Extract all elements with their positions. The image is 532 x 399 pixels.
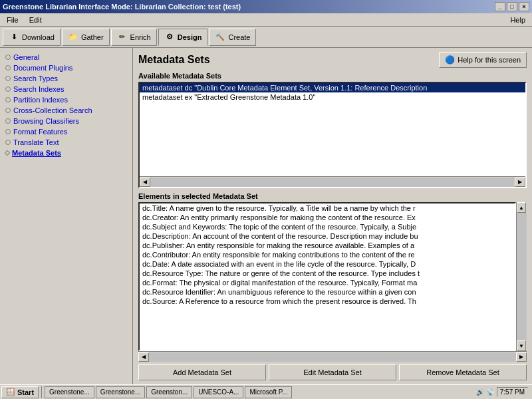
systray-icons: 🔊 📡 bbox=[476, 388, 494, 396]
bullet-icon bbox=[5, 55, 11, 60]
list-item[interactable]: dc.Resource Type: The nature or genre of… bbox=[140, 269, 515, 278]
elements-listbox[interactable]: dc.Title: A name given to the resource. … bbox=[138, 202, 516, 351]
gather-button[interactable]: 📁 Gather bbox=[62, 29, 110, 46]
create-button[interactable]: 🔨 Create bbox=[209, 29, 256, 46]
list-item[interactable]: dc.Creator: An entity primarily responsi… bbox=[140, 213, 515, 222]
taskbar: 🪟 Start Greenstone... Greenstone... Gree… bbox=[0, 384, 532, 399]
design-button[interactable]: ⚙ Design bbox=[158, 29, 208, 46]
scroll-track[interactable] bbox=[149, 352, 516, 362]
divider bbox=[41, 386, 42, 398]
start-icon: 🪟 bbox=[6, 388, 15, 396]
page-title: Metadata Sets bbox=[138, 54, 210, 66]
menu-edit[interactable]: Edit bbox=[25, 15, 46, 25]
start-button[interactable]: 🪟 Start bbox=[1, 386, 39, 398]
scroll-up-button[interactable]: ▲ bbox=[517, 202, 526, 213]
toolbar: ⬇ Download 📁 Gather ✏ Enrich ⚙ Design 🔨 … bbox=[0, 27, 532, 48]
scroll-left-button[interactable]: ◀ bbox=[140, 178, 150, 187]
bullet-icon bbox=[5, 76, 11, 81]
close-button[interactable]: × bbox=[519, 2, 529, 11]
clock: 7:57 PM bbox=[497, 387, 528, 397]
taskbar-item-1[interactable]: Greenstone... bbox=[96, 386, 146, 398]
available-metadata-listbox[interactable]: metadataset dc "Dublin Core Metadata Ele… bbox=[138, 82, 527, 188]
scroll-right-button[interactable]: ▶ bbox=[516, 352, 527, 362]
help-button[interactable]: 🔵 Help for this screen bbox=[439, 52, 527, 68]
elements-section-label: Elements in selected Metadata Set bbox=[138, 192, 527, 200]
download-button[interactable]: ⬇ Download bbox=[3, 29, 61, 46]
list-item[interactable]: dc.Contributor: An entity responsible fo… bbox=[140, 250, 515, 259]
sidebar-item-search-types[interactable]: Search Types bbox=[3, 73, 130, 84]
create-icon: 🔨 bbox=[215, 32, 225, 43]
list-item[interactable]: dc.Title: A name given to the resource. … bbox=[140, 203, 515, 213]
minimize-button[interactable]: _ bbox=[495, 2, 505, 11]
taskbar-item-2[interactable]: Greenston... bbox=[146, 386, 192, 398]
list-item[interactable]: dc.Source: A Reference to a resource fro… bbox=[140, 297, 515, 306]
window-controls: _ □ × bbox=[495, 2, 529, 11]
menu-file[interactable]: File bbox=[3, 15, 23, 25]
content-header: Metadata Sets 🔵 Help for this screen bbox=[138, 52, 527, 68]
main-layout: General Document Plugins Search Types Se… bbox=[0, 48, 532, 384]
list-item[interactable]: dc.Description: An account of the conten… bbox=[140, 231, 515, 241]
sidebar-item-translate-text[interactable]: Translate Text bbox=[3, 137, 130, 148]
list-item[interactable]: dc.Date: A date associated with an event… bbox=[140, 259, 515, 269]
list-item[interactable]: dc.Subject and Keywords: The topic of th… bbox=[140, 222, 515, 231]
scroll-down-button[interactable]: ▼ bbox=[517, 340, 526, 351]
bullet-icon bbox=[5, 129, 11, 134]
sidebar-item-partition-indexes[interactable]: Partition Indexes bbox=[3, 94, 130, 105]
taskbar-item-3[interactable]: UNESCO-A... bbox=[194, 386, 243, 398]
gather-icon: 📁 bbox=[68, 32, 78, 43]
sidebar-item-document-plugins[interactable]: Document Plugins bbox=[3, 63, 130, 73]
list-item[interactable]: dc.Format: The physical or digital manif… bbox=[140, 278, 515, 287]
sidebar: General Document Plugins Search Types Se… bbox=[0, 48, 133, 384]
elements-list: dc.Title: A name given to the resource. … bbox=[140, 203, 515, 306]
bullet-icon bbox=[5, 97, 11, 102]
remove-metadata-set-button[interactable]: Remove Metadata Set bbox=[399, 364, 527, 380]
available-metadata-list: metadataset dc "Dublin Core Metadata Ele… bbox=[140, 83, 525, 102]
bullet-icon bbox=[5, 108, 11, 113]
vertical-scrollbar[interactable]: ▲ ▼ bbox=[516, 202, 527, 351]
title-bar: Greenstone Librarian Interface Mode: Lib… bbox=[0, 0, 532, 13]
menu-bar: File Edit Help bbox=[0, 13, 532, 27]
scroll-left-button[interactable]: ◀ bbox=[138, 352, 149, 362]
list-item[interactable]: metadataset ex "Extracted Greenstone Met… bbox=[140, 92, 525, 102]
taskbar-items: Greenstone... Greenstone... Greenston...… bbox=[45, 386, 472, 398]
edit-metadata-set-button[interactable]: Edit Metadata Set bbox=[269, 364, 396, 380]
enrich-icon: ✏ bbox=[117, 32, 128, 43]
scroll-right-button[interactable]: ▶ bbox=[515, 178, 525, 187]
sidebar-item-cross-collection[interactable]: Cross-Collection Search bbox=[3, 105, 130, 116]
scroll-track-v[interactable] bbox=[517, 213, 527, 340]
enrich-button[interactable]: ✏ Enrich bbox=[111, 29, 157, 46]
help-icon: 🔵 bbox=[445, 55, 455, 65]
window-title: Greenstone Librarian Interface Mode: Lib… bbox=[3, 3, 241, 11]
list-item[interactable]: dc.Resource Identifier: An unambiguous r… bbox=[140, 287, 515, 297]
available-section-label: Available Metadata Sets bbox=[138, 72, 527, 80]
add-metadata-set-button[interactable]: Add Metadata Set bbox=[138, 364, 266, 380]
sidebar-item-browsing-classifiers[interactable]: Browsing Classifiers bbox=[3, 116, 130, 126]
sidebar-item-format-features[interactable]: Format Features bbox=[3, 126, 130, 137]
bullet-icon bbox=[5, 150, 10, 156]
sidebar-item-general[interactable]: General bbox=[3, 52, 130, 63]
design-icon: ⚙ bbox=[164, 32, 175, 43]
horizontal-scrollbar[interactable]: ◀ ▶ bbox=[140, 176, 525, 187]
content-area: Metadata Sets 🔵 Help for this screen Ava… bbox=[133, 48, 532, 384]
taskbar-item-4[interactable]: Microsoft P... bbox=[245, 386, 292, 398]
bullet-icon bbox=[5, 86, 11, 92]
elements-horizontal-scrollbar[interactable]: ◀ ▶ bbox=[138, 351, 527, 362]
scroll-track[interactable] bbox=[150, 178, 515, 187]
bullet-icon bbox=[5, 65, 11, 70]
taskbar-item-0[interactable]: Greenstone... bbox=[45, 386, 94, 398]
list-item[interactable]: metadataset dc "Dublin Core Metadata Ele… bbox=[140, 83, 525, 92]
bottom-buttons: Add Metadata Set Edit Metadata Set Remov… bbox=[138, 364, 527, 380]
menu-help[interactable]: Help bbox=[506, 15, 529, 25]
sidebar-item-metadata-sets[interactable]: Metadata Sets bbox=[3, 148, 130, 158]
elements-section: Elements in selected Metadata Set dc.Tit… bbox=[138, 192, 527, 362]
sidebar-item-search-indexes[interactable]: Search Indexes bbox=[3, 84, 130, 94]
download-icon: ⬇ bbox=[9, 32, 19, 43]
bullet-icon bbox=[5, 118, 11, 124]
maximize-button[interactable]: □ bbox=[507, 2, 517, 11]
list-item[interactable]: dc.Publisher: An entity responsible for … bbox=[140, 241, 515, 250]
taskbar-right: 🔊 📡 7:57 PM bbox=[473, 387, 531, 397]
bullet-icon bbox=[5, 140, 11, 145]
